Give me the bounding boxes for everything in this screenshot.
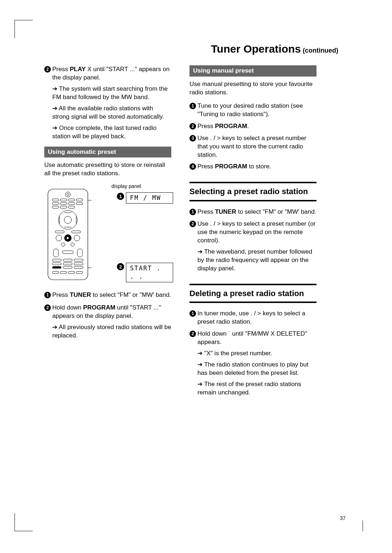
display-panel-label: display panel: [111, 183, 141, 190]
svg-rect-36: [60, 271, 67, 274]
remote-figure: display panel 1 FM / MW 2 START . . .: [44, 183, 171, 284]
callout-2: 2: [117, 263, 124, 270]
svg-rect-33: [63, 266, 72, 269]
svg-rect-23: [53, 249, 58, 257]
substep: ➔ All previously stored radio stations w…: [44, 323, 171, 340]
substep: ➔ The system will start searching from t…: [44, 85, 171, 102]
svg-point-21: [61, 243, 65, 246]
right-column: Using manual preset Use manual presettin…: [189, 65, 317, 400]
paragraph: Use manual presetting to store your favo…: [189, 80, 317, 97]
svg-rect-5: [68, 199, 75, 201]
text-bold: PROGRAM: [215, 123, 247, 130]
manual-step-4: 4 Press PROGRAM to store.: [189, 163, 317, 171]
svg-rect-9: [68, 202, 75, 205]
arrow-icon: ➔: [197, 381, 203, 388]
svg-rect-34: [74, 266, 83, 269]
title-continued: (continued): [301, 47, 338, 54]
svg-rect-6: [76, 199, 83, 201]
crop-mark-bl: [15, 513, 33, 531]
display-panel-2: START . . .: [126, 263, 173, 282]
svg-rect-32: [52, 266, 61, 269]
step-number-3: 3: [189, 135, 196, 142]
step-number-2: 2: [44, 66, 51, 73]
svg-point-18: [56, 235, 62, 241]
text: The rest of the preset radio stations re…: [197, 381, 301, 396]
svg-rect-30: [63, 263, 72, 265]
arrow-icon: ➔: [197, 350, 203, 357]
text: Hold down ˙ until "FM/MW X DELETED" appe…: [197, 330, 307, 345]
arrow-icon: ➔: [52, 85, 57, 92]
delete-step-2: 2 Hold down ˙ until "FM/MW X DELETED" ap…: [189, 330, 317, 347]
substep: ➔ The rest of the preset radio stations …: [189, 380, 317, 397]
substep: ➔ All the available radio stations with …: [44, 105, 171, 121]
svg-point-1: [65, 192, 70, 197]
manual-step-3: 3 Use . / > keys to select a preset numb…: [189, 134, 317, 159]
svg-rect-4: [60, 199, 67, 201]
text: Use . / > keys to select a preset number…: [197, 220, 316, 244]
arrow-icon: ➔: [52, 324, 57, 331]
heading-manual-preset: Using manual preset: [189, 65, 317, 77]
title-main: Tuner Operations: [211, 43, 301, 55]
text: Press: [52, 66, 70, 73]
text: The system will start searching from the…: [52, 85, 168, 101]
text-bold: PROGRAM: [83, 304, 115, 311]
step-number-1: 1: [189, 310, 196, 317]
step-number-2: 2: [189, 123, 196, 130]
text: In tuner mode, use . / > keys to select …: [197, 310, 305, 325]
text: Hold down: [52, 304, 83, 311]
heading-deleting-preset: Deleting a preset radio station: [189, 284, 317, 303]
paragraph: Use automatic presetting to store or rei…: [44, 161, 171, 178]
svg-rect-11: [52, 206, 59, 208]
svg-rect-28: [74, 259, 83, 261]
svg-point-22: [71, 243, 74, 246]
select-step-2: 2 Use . / > keys to select a preset numb…: [189, 220, 317, 245]
auto-step-1: 1 Press TUNER to select "FM" or "MW' ban…: [44, 291, 171, 299]
step-number-2: 2: [189, 331, 196, 337]
arrow-icon: ➔: [52, 105, 57, 112]
svg-rect-29: [52, 263, 61, 265]
step-number-2: 2: [189, 221, 196, 227]
text: All the available radio stations with st…: [52, 105, 164, 120]
svg-rect-26: [52, 259, 61, 261]
svg-rect-17: [72, 231, 81, 233]
text: Press: [197, 123, 215, 130]
text: to select "FM" or "MW' band.: [236, 208, 317, 215]
svg-rect-37: [68, 271, 75, 274]
page-number: 37: [340, 515, 346, 521]
manual-step-1: 1 Tune to your desired radio station (se…: [189, 102, 317, 119]
delete-step-1: 1 In tuner mode, use . / > keys to selec…: [189, 310, 317, 326]
text: Once complete, the last tuned radio stat…: [52, 124, 156, 140]
step-number-2: 2: [44, 304, 51, 311]
svg-rect-24: [77, 249, 82, 257]
substep: ➔ "X" is the preset number.: [189, 349, 317, 358]
svg-point-20: [74, 235, 80, 241]
text: The radio station continues to play but …: [197, 361, 309, 376]
substep: ➔ The waveband, preset number followed b…: [189, 248, 317, 273]
arrow-icon: ➔: [197, 361, 203, 368]
svg-rect-8: [60, 202, 67, 205]
svg-point-15: [64, 216, 72, 224]
svg-rect-35: [52, 271, 59, 274]
callout-1: 1: [117, 193, 124, 200]
text-bold: TUNER: [215, 208, 236, 215]
svg-point-2: [67, 193, 69, 196]
text: Use . / > keys to select a preset number…: [197, 135, 306, 158]
svg-rect-31: [74, 263, 83, 265]
text: .: [247, 123, 249, 130]
step-number-4: 4: [189, 163, 196, 170]
remote-control-icon: [44, 187, 91, 282]
text: Press: [52, 291, 70, 298]
svg-rect-38: [76, 271, 83, 274]
manual-step-2: 2 Press PROGRAM.: [189, 122, 317, 131]
svg-rect-25: [62, 251, 73, 254]
svg-rect-13: [68, 206, 75, 208]
text: Tune to your desired radio station (see …: [197, 102, 303, 118]
auto-step-2: 2 Hold down PROGRAM until "START ..." ap…: [44, 304, 171, 320]
text-bold: TUNER: [70, 291, 91, 298]
svg-rect-10: [76, 202, 83, 205]
svg-point-14: [58, 210, 77, 229]
text: Press: [197, 208, 215, 215]
text: Press: [197, 163, 215, 170]
substep: ➔ The radio station continues to play bu…: [189, 361, 317, 377]
left-column: 2 Press PLAY X until "START ..." appears…: [44, 65, 171, 400]
